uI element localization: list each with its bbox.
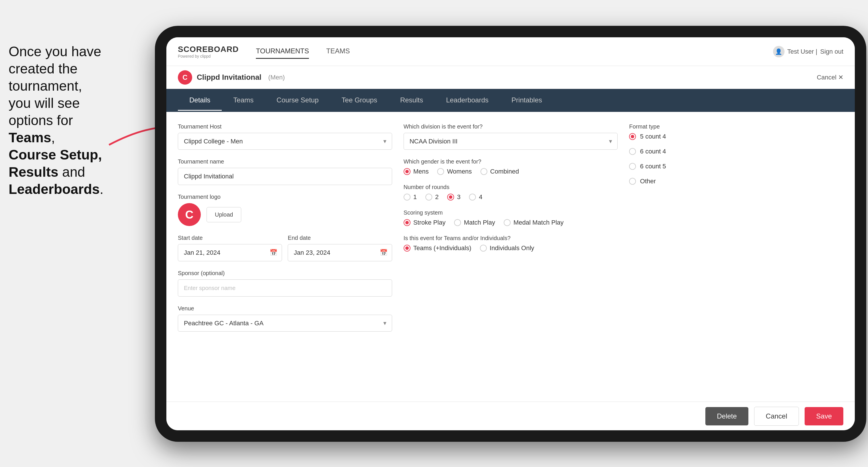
format-6count4[interactable]: 6 count 4 [629,148,843,155]
instruction-teams: Teams [9,130,51,145]
scoring-stroke[interactable]: Stroke Play [404,219,446,226]
teams-plus-label: Teams (+Individuals) [413,244,471,252]
instruction-line5: options for [9,113,73,128]
rounds-radio-group: 1 2 3 4 [404,193,618,201]
form-column-left: Tournament Host Clippd College - Men ▼ T… [178,123,392,332]
scoring-stroke-radio[interactable] [404,219,410,226]
individuals-only-radio[interactable] [480,245,487,252]
tab-printables[interactable]: Printables [500,90,554,111]
tab-leaderboards[interactable]: Leaderboards [435,90,500,111]
round-2-radio[interactable] [425,194,432,200]
host-select[interactable]: Clippd College - Men [178,133,392,150]
scoring-match[interactable]: Match Play [454,219,495,226]
format-other[interactable]: Other [629,178,843,185]
gender-combined-radio[interactable] [480,168,487,175]
venue-select-wrapper: Peachtree GC - Atlanta - GA ▼ [178,315,392,332]
scoring-group: Scoring system Stroke Play Match Play [404,209,618,226]
round-3-label: 3 [457,193,460,201]
rounds-group: Number of rounds 1 2 [404,184,618,201]
round-1-radio[interactable] [404,194,410,200]
logo-sub: Powered by clippd [178,54,239,59]
logo-upload-area: C Upload [178,203,392,226]
save-button[interactable]: Save [805,407,843,426]
scoring-medal[interactable]: Medal Match Play [504,219,564,226]
start-date-input[interactable] [178,244,282,261]
end-date-input[interactable] [288,244,392,261]
individuals-only[interactable]: Individuals Only [480,244,534,252]
tab-details[interactable]: Details [178,90,222,111]
back-icon[interactable]: C [178,70,192,85]
instruction-line1: Once you have [9,44,101,59]
teams-plus-individuals[interactable]: Teams (+Individuals) [404,244,471,252]
nav-tournaments[interactable]: TOURNAMENTS [256,44,309,59]
gender-womens[interactable]: Womens [437,168,472,175]
round-1[interactable]: 1 [404,193,417,201]
signout-link[interactable]: Sign out [820,48,843,55]
format-5count4[interactable]: 5 count 4 [629,133,843,140]
round-4[interactable]: 4 [469,193,482,201]
division-group: Which division is the event for? NCAA Di… [404,123,618,150]
gender-combined[interactable]: Combined [480,168,519,175]
format-6count5-radio[interactable] [629,163,636,170]
tab-bar: Details Teams Course Setup Tee Groups Re… [166,89,855,112]
upload-button[interactable]: Upload [207,207,241,222]
round-4-radio[interactable] [469,194,476,200]
user-icon: 👤 [773,46,784,57]
gender-womens-radio[interactable] [437,168,444,175]
round-3-radio[interactable] [447,194,454,200]
form-grid: Tournament Host Clippd College - Men ▼ T… [178,123,843,332]
format-6count5-label: 6 count 5 [640,163,666,170]
tab-course-setup[interactable]: Course Setup [265,90,330,111]
gender-mens[interactable]: Mens [404,168,429,175]
format-5count4-label: 5 count 4 [640,133,666,140]
tab-teams[interactable]: Teams [222,90,265,111]
venue-select[interactable]: Peachtree GC - Atlanta - GA [178,315,392,332]
cancel-button[interactable]: Cancel [754,407,799,426]
tab-results[interactable]: Results [389,90,435,111]
instruction-line3: tournament, [9,78,82,94]
format-6count4-radio[interactable] [629,148,636,155]
instruction-leaderboards: Leaderboards [9,182,99,197]
sponsor-label: Sponsor (optional) [178,270,392,277]
host-select-wrapper: Clippd College - Men ▼ [178,133,392,150]
scoring-medal-label: Medal Match Play [514,219,564,226]
logo-label: Tournament logo [178,194,392,200]
nav-teams[interactable]: TEAMS [326,44,350,59]
name-group: Tournament name [178,158,392,185]
host-label: Tournament Host [178,123,392,130]
format-5count4-radio[interactable] [629,133,636,140]
format-other-radio[interactable] [629,178,636,185]
scoring-radio-group: Stroke Play Match Play Medal Match Play [404,219,618,226]
round-4-label: 4 [479,193,482,201]
tab-tee-groups[interactable]: Tee Groups [330,90,389,111]
instruction-line4: you will see [9,96,80,111]
tournament-gender: (Men) [268,74,284,81]
round-3[interactable]: 3 [447,193,460,201]
teams-plus-radio[interactable] [404,245,410,252]
gender-mens-radio[interactable] [404,168,410,175]
format-other-label: Other [640,178,656,185]
start-date-wrapper: 📅 [178,244,282,261]
breadcrumb-left: C Clippd Invitational (Men) [178,70,285,85]
scoring-match-label: Match Play [464,219,495,226]
cancel-close-button[interactable]: Cancel ✕ [817,74,843,81]
start-date-icon: 📅 [270,249,277,256]
scoring-match-radio[interactable] [454,219,461,226]
division-select[interactable]: NCAA Division III [404,133,618,150]
format-group: Format type 5 count 4 6 count 4 6 count … [629,123,843,190]
delete-button[interactable]: Delete [705,407,748,426]
name-label: Tournament name [178,158,392,165]
instruction-results: Results [9,164,58,180]
scoring-medal-radio[interactable] [504,219,510,226]
format-label: Format type [629,123,843,130]
gender-group: Which gender is the event for? Mens Wome… [404,158,618,175]
round-1-label: 1 [413,193,417,201]
tablet-frame: SCOREBOARD Powered by clippd TOURNAMENTS… [155,26,866,442]
main-content: Tournament Host Clippd College - Men ▼ T… [166,112,855,402]
round-2[interactable]: 2 [425,193,439,201]
sponsor-input[interactable] [178,279,392,297]
format-6count5[interactable]: 6 count 5 [629,163,843,170]
logo-text: SCOREBOARD [178,45,239,54]
name-input[interactable] [178,168,392,185]
scoring-label: Scoring system [404,209,618,216]
